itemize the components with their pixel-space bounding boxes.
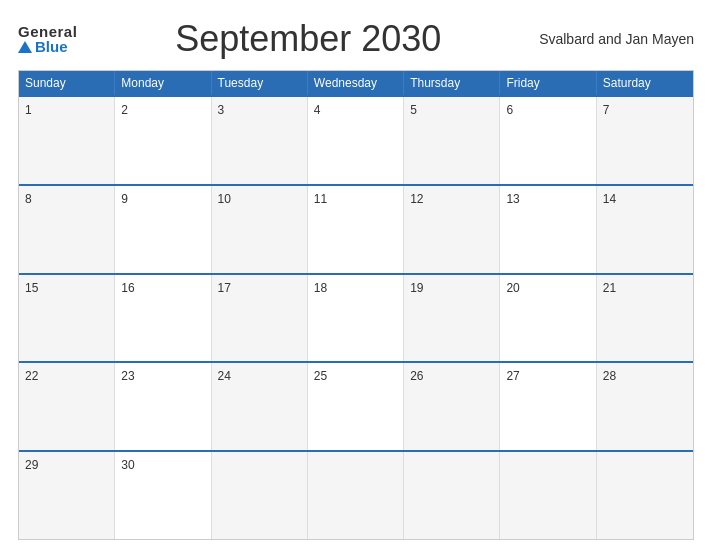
day-cell: 14 bbox=[597, 186, 693, 273]
logo-blue-text: Blue bbox=[35, 39, 68, 54]
day-cell: 19 bbox=[404, 275, 500, 362]
day-cell: 17 bbox=[212, 275, 308, 362]
day-cell: 24 bbox=[212, 363, 308, 450]
day-cell: 22 bbox=[19, 363, 115, 450]
day-number: 23 bbox=[121, 369, 134, 383]
day-number: 20 bbox=[506, 281, 519, 295]
weeks-container: 1234567891011121314151617181920212223242… bbox=[19, 95, 693, 539]
week-row-2: 891011121314 bbox=[19, 184, 693, 273]
day-cell: 29 bbox=[19, 452, 115, 539]
day-header-sunday: Sunday bbox=[19, 71, 115, 95]
day-number: 9 bbox=[121, 192, 128, 206]
day-number: 16 bbox=[121, 281, 134, 295]
day-number: 12 bbox=[410, 192, 423, 206]
day-number: 4 bbox=[314, 103, 321, 117]
day-number: 2 bbox=[121, 103, 128, 117]
day-cell bbox=[404, 452, 500, 539]
day-cell: 27 bbox=[500, 363, 596, 450]
day-cell: 18 bbox=[308, 275, 404, 362]
day-cell bbox=[597, 452, 693, 539]
day-cell: 7 bbox=[597, 97, 693, 184]
calendar-page: General Blue September 2030 Svalbard and… bbox=[0, 0, 712, 550]
day-header-wednesday: Wednesday bbox=[308, 71, 404, 95]
day-number: 15 bbox=[25, 281, 38, 295]
day-number: 28 bbox=[603, 369, 616, 383]
day-cell bbox=[308, 452, 404, 539]
day-cell: 23 bbox=[115, 363, 211, 450]
day-header-thursday: Thursday bbox=[404, 71, 500, 95]
day-cell: 21 bbox=[597, 275, 693, 362]
day-cell: 15 bbox=[19, 275, 115, 362]
day-number: 1 bbox=[25, 103, 32, 117]
week-row-1: 1234567 bbox=[19, 95, 693, 184]
day-number: 27 bbox=[506, 369, 519, 383]
day-number: 24 bbox=[218, 369, 231, 383]
calendar-title: September 2030 bbox=[175, 18, 441, 60]
day-number: 10 bbox=[218, 192, 231, 206]
day-headers-row: SundayMondayTuesdayWednesdayThursdayFrid… bbox=[19, 71, 693, 95]
day-cell bbox=[212, 452, 308, 539]
day-number: 13 bbox=[506, 192, 519, 206]
day-cell: 16 bbox=[115, 275, 211, 362]
region-label: Svalbard and Jan Mayen bbox=[539, 31, 694, 47]
logo-general-text: General bbox=[18, 24, 77, 39]
day-number: 19 bbox=[410, 281, 423, 295]
day-cell: 1 bbox=[19, 97, 115, 184]
day-cell: 11 bbox=[308, 186, 404, 273]
day-cell: 20 bbox=[500, 275, 596, 362]
day-cell: 26 bbox=[404, 363, 500, 450]
week-row-3: 15161718192021 bbox=[19, 273, 693, 362]
day-number: 8 bbox=[25, 192, 32, 206]
day-cell: 6 bbox=[500, 97, 596, 184]
week-row-4: 22232425262728 bbox=[19, 361, 693, 450]
day-number: 14 bbox=[603, 192, 616, 206]
day-number: 30 bbox=[121, 458, 134, 472]
logo-blue-row: Blue bbox=[18, 39, 68, 54]
day-header-saturday: Saturday bbox=[597, 71, 693, 95]
day-number: 21 bbox=[603, 281, 616, 295]
day-number: 7 bbox=[603, 103, 610, 117]
day-cell: 12 bbox=[404, 186, 500, 273]
day-number: 6 bbox=[506, 103, 513, 117]
day-number: 29 bbox=[25, 458, 38, 472]
header: General Blue September 2030 Svalbard and… bbox=[18, 18, 694, 60]
day-number: 11 bbox=[314, 192, 327, 206]
day-header-friday: Friday bbox=[500, 71, 596, 95]
day-header-monday: Monday bbox=[115, 71, 211, 95]
day-number: 26 bbox=[410, 369, 423, 383]
day-number: 3 bbox=[218, 103, 225, 117]
day-cell: 30 bbox=[115, 452, 211, 539]
day-cell: 2 bbox=[115, 97, 211, 184]
day-number: 17 bbox=[218, 281, 231, 295]
day-cell: 8 bbox=[19, 186, 115, 273]
logo: General Blue bbox=[18, 24, 77, 54]
day-cell bbox=[500, 452, 596, 539]
day-cell: 25 bbox=[308, 363, 404, 450]
week-row-5: 2930 bbox=[19, 450, 693, 539]
day-number: 25 bbox=[314, 369, 327, 383]
day-cell: 13 bbox=[500, 186, 596, 273]
day-number: 5 bbox=[410, 103, 417, 117]
day-number: 22 bbox=[25, 369, 38, 383]
day-number: 18 bbox=[314, 281, 327, 295]
day-cell: 3 bbox=[212, 97, 308, 184]
day-cell: 5 bbox=[404, 97, 500, 184]
day-cell: 4 bbox=[308, 97, 404, 184]
day-cell: 10 bbox=[212, 186, 308, 273]
calendar-grid: SundayMondayTuesdayWednesdayThursdayFrid… bbox=[18, 70, 694, 540]
day-cell: 28 bbox=[597, 363, 693, 450]
logo-triangle-icon bbox=[18, 41, 32, 53]
day-cell: 9 bbox=[115, 186, 211, 273]
day-header-tuesday: Tuesday bbox=[212, 71, 308, 95]
